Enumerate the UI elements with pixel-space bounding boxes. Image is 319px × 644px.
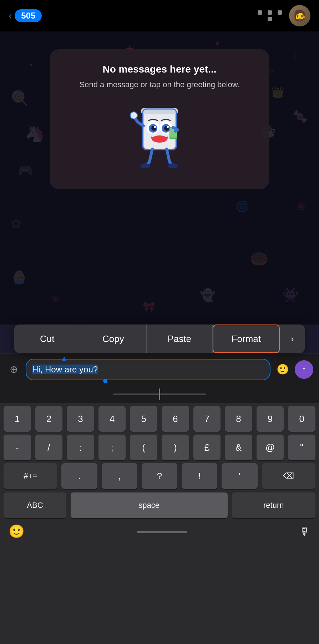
key-1[interactable]: 1 xyxy=(4,406,31,432)
key-at[interactable]: @ xyxy=(257,435,284,460)
status-bar: ‹ 505 🧔 xyxy=(0,0,319,31)
svg-text:✿: ✿ xyxy=(11,216,21,231)
cut-button[interactable]: Cut xyxy=(14,325,80,353)
svg-text:🍭: 🍭 xyxy=(11,89,29,106)
avatar[interactable]: 🧔 xyxy=(289,5,310,26)
key-8[interactable]: 8 xyxy=(225,406,252,432)
chat-background: ★ ★ ✦ ✧ 🍭 🍬 🦄 👑 ♡ ♡ ♪ ♫ ✿ ❀ 🍩 🧁 👾 👻 👁 ◇ … xyxy=(0,31,319,325)
svg-point-34 xyxy=(154,126,156,128)
key-pound[interactable]: £ xyxy=(193,435,221,460)
keyboard: 1 2 3 4 5 6 7 8 9 0 - / : ; ( ) £ & @ " … xyxy=(0,403,319,644)
key-return[interactable]: return xyxy=(232,492,315,518)
svg-point-39 xyxy=(130,112,137,119)
back-badge[interactable]: 505 xyxy=(15,9,42,22)
key-exclaim[interactable]: ! xyxy=(182,463,217,489)
svg-text:🎀: 🎀 xyxy=(143,301,155,313)
svg-text:🧁: 🧁 xyxy=(11,269,28,285)
back-chevron-icon: ‹ xyxy=(9,10,12,21)
key-3[interactable]: 3 xyxy=(67,406,94,432)
mascot-image xyxy=(124,99,195,178)
back-button[interactable]: ‹ 505 xyxy=(9,9,42,22)
backspace-button[interactable]: ⌫ xyxy=(262,463,315,489)
keyboard-mic-button[interactable]: 🎙 xyxy=(299,525,310,538)
svg-text:♡: ♡ xyxy=(54,189,61,198)
svg-text:🦄: 🦄 xyxy=(25,124,45,143)
key-open-paren[interactable]: ( xyxy=(130,435,157,460)
emoji-button[interactable]: 🙂 xyxy=(275,362,290,377)
key-semicolon[interactable]: ; xyxy=(98,435,126,460)
message-input[interactable]: Hi, How are you? xyxy=(26,359,270,380)
key-comma[interactable]: , xyxy=(102,463,137,489)
key-dash[interactable]: - xyxy=(4,435,31,460)
key-quote[interactable]: " xyxy=(288,435,315,460)
key-close-paren[interactable]: ) xyxy=(162,435,189,460)
header-dots xyxy=(258,10,282,21)
key-slash[interactable]: / xyxy=(35,435,63,460)
copy-button[interactable]: Copy xyxy=(80,325,146,353)
svg-text:👻: 👻 xyxy=(200,288,216,303)
key-abc[interactable]: ABC xyxy=(4,492,66,518)
key-5[interactable]: 5 xyxy=(130,406,157,432)
attach-button[interactable]: ⊕ xyxy=(6,362,21,377)
key-colon[interactable]: : xyxy=(67,435,94,460)
svg-text:✦: ✦ xyxy=(29,61,34,69)
key-question[interactable]: ? xyxy=(142,463,177,489)
key-ampersand[interactable]: & xyxy=(225,435,252,460)
input-text[interactable]: Hi, How are you? xyxy=(32,365,98,375)
backspace-icon: ⌫ xyxy=(283,471,294,481)
dot-2 xyxy=(268,10,272,15)
send-icon: ↑ xyxy=(302,365,306,375)
paste-button[interactable]: Paste xyxy=(147,325,213,353)
key-period[interactable]: . xyxy=(61,463,97,489)
keyboard-emoji-button[interactable]: 🙂 xyxy=(9,524,25,539)
keyboard-row-1: 1 2 3 4 5 6 7 8 9 0 xyxy=(0,403,319,432)
no-messages-title: No messages here yet... xyxy=(102,64,216,75)
format-button[interactable]: Format xyxy=(213,325,280,353)
more-button[interactable]: › xyxy=(280,325,305,353)
slider-area xyxy=(0,385,319,403)
key-7[interactable]: 7 xyxy=(193,406,221,432)
svg-point-36 xyxy=(152,135,167,143)
avatar-image: 🧔 xyxy=(293,9,307,23)
key-6[interactable]: 6 xyxy=(162,406,189,432)
home-indicator xyxy=(137,531,187,533)
key-apostrophe[interactable]: ' xyxy=(222,463,257,489)
svg-point-41 xyxy=(168,163,178,168)
keyboard-bottom: 🙂 🎙 xyxy=(0,518,319,542)
svg-text:☽: ☽ xyxy=(289,51,298,62)
svg-text:👑: 👑 xyxy=(271,86,285,99)
svg-text:🎮: 🎮 xyxy=(18,163,33,178)
slider-track xyxy=(113,393,206,395)
no-messages-subtitle: Send a message or tap on the greeting be… xyxy=(80,79,240,90)
svg-point-35 xyxy=(167,126,169,128)
selected-text: Hi, How are you? xyxy=(32,365,98,374)
no-messages-card: No messages here yet... Send a message o… xyxy=(50,49,269,189)
key-9[interactable]: 9 xyxy=(257,406,284,432)
keyboard-row-4: ABC space return xyxy=(0,489,319,518)
key-0[interactable]: 0 xyxy=(288,406,315,432)
dot-3 xyxy=(278,10,282,15)
svg-text:🍬: 🍬 xyxy=(293,109,308,124)
header-icons: 🧔 xyxy=(258,5,310,26)
slider-thumb xyxy=(159,388,160,400)
svg-point-40 xyxy=(140,163,150,168)
svg-text:🌀: 🌀 xyxy=(236,200,249,213)
selection-handle-top xyxy=(62,357,66,361)
input-area: ⊕ Hi, How are you? 🙂 ↑ xyxy=(0,353,319,385)
keyboard-row-3: #+= . , ? ! ' ⌫ xyxy=(0,460,319,489)
key-4[interactable]: 4 xyxy=(98,406,126,432)
paperclip-icon: ⊕ xyxy=(10,363,18,375)
dot-1 xyxy=(258,10,262,15)
svg-text:👾: 👾 xyxy=(282,287,299,303)
selection-handle-bottom xyxy=(103,379,107,383)
svg-text:★: ★ xyxy=(214,39,221,47)
svg-text:❀: ❀ xyxy=(296,200,306,213)
key-hashtag[interactable]: #+= xyxy=(4,463,57,489)
key-space[interactable]: space xyxy=(71,492,228,518)
send-button[interactable]: ↑ xyxy=(295,360,313,379)
svg-text:👁: 👁 xyxy=(50,293,61,305)
svg-text:🍩: 🍩 xyxy=(250,250,269,268)
key-2[interactable]: 2 xyxy=(35,406,63,432)
emoji-icon: 🙂 xyxy=(277,363,289,375)
context-menu: Cut Copy Paste Format › xyxy=(14,325,305,353)
